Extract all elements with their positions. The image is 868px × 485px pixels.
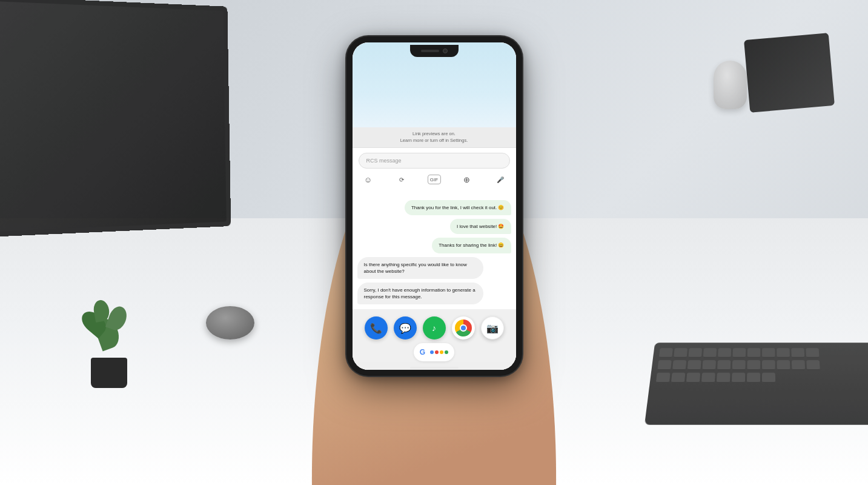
- dock-icon-camera[interactable]: 📷: [481, 316, 504, 340]
- gdot-green: [445, 350, 448, 354]
- background: Link previews are on. Learn more or turn…: [0, 0, 868, 485]
- front-camera: [443, 48, 448, 53]
- computer-mouse: [714, 61, 747, 109]
- phone-dock: 📞 💬 ♪: [353, 309, 516, 370]
- input-icons-row: ☺ ⟳ GIF ⊕ 🎤: [359, 169, 510, 189]
- keyboard-keys: [649, 343, 868, 389]
- key: [791, 348, 804, 358]
- key: [717, 373, 731, 383]
- dock-icon-messages[interactable]: 💬: [394, 316, 417, 340]
- key: [747, 360, 760, 370]
- gdot-yellow: [440, 350, 443, 354]
- message-bubble-4: Is there anything specific you would lik…: [357, 257, 483, 279]
- monitor: [0, 0, 231, 238]
- black-object: [744, 33, 835, 113]
- key-row-1: [659, 348, 868, 358]
- key: [777, 360, 790, 370]
- key: [806, 360, 820, 370]
- plant-pot: [91, 358, 127, 388]
- key: [718, 348, 731, 358]
- message-input-field[interactable]: RCS message: [359, 153, 510, 169]
- key: [747, 373, 760, 383]
- leaf-3: [105, 304, 130, 332]
- hand-container: Link previews are on. Learn more or turn…: [283, 24, 586, 485]
- google-dots: [430, 350, 448, 354]
- key: [762, 348, 775, 358]
- google-home-device: [206, 306, 254, 340]
- message-bubble-1: Thank you for the link, I will check it …: [405, 200, 511, 215]
- dock-icon-chrome[interactable]: [452, 316, 475, 340]
- key-row-2: [657, 360, 868, 370]
- key: [656, 373, 671, 383]
- key: [762, 360, 775, 370]
- key: [777, 348, 790, 358]
- key: [747, 348, 761, 358]
- plant-leaves: [79, 288, 139, 361]
- gdot-red: [435, 350, 439, 354]
- key: [703, 348, 717, 358]
- key: [732, 360, 746, 370]
- link-preview-line1: Link previews are on.: [359, 131, 510, 138]
- sticker-icon[interactable]: ⟳: [394, 172, 409, 187]
- mic-icon[interactable]: 🎤: [493, 172, 508, 187]
- phone-inner: Link previews are on. Learn more or turn…: [353, 42, 516, 370]
- message-input-bar[interactable]: RCS message ☺ ⟳ GIF ⊕ 🎤: [353, 147, 516, 194]
- emoji-icon[interactable]: ☺: [361, 172, 376, 187]
- dock-icons: 📞 💬 ♪: [365, 309, 504, 343]
- key: [732, 373, 745, 383]
- key: [686, 373, 700, 383]
- google-search-bar[interactable]: G: [414, 343, 454, 361]
- key: [671, 373, 686, 383]
- key: [732, 348, 746, 358]
- link-preview-line2: Learn more or turn off in Settings.: [359, 138, 510, 144]
- phone-device: Link previews are on. Learn more or turn…: [346, 36, 522, 376]
- key: [672, 360, 686, 370]
- dock-icon-phone[interactable]: 📞: [365, 316, 388, 340]
- speaker: [421, 50, 439, 52]
- key: [701, 373, 715, 383]
- phone-notch: [410, 45, 459, 57]
- chrome-ring: [455, 319, 472, 336]
- key: [702, 360, 716, 370]
- keyboard: [644, 343, 868, 425]
- key: [659, 348, 673, 358]
- google-logo: G: [420, 348, 425, 356]
- plant: [79, 291, 139, 388]
- key: [687, 360, 701, 370]
- attach-icon[interactable]: ⊕: [460, 172, 474, 187]
- key: [674, 348, 687, 358]
- key: [762, 373, 775, 383]
- chrome-inner: [460, 324, 467, 332]
- phone-screen: Link previews are on. Learn more or turn…: [353, 42, 516, 370]
- key-row-3: [656, 373, 868, 383]
- gif-icon[interactable]: GIF: [428, 175, 441, 184]
- key: [792, 360, 805, 370]
- key: [657, 360, 671, 370]
- key: [806, 348, 819, 358]
- key: [688, 348, 702, 358]
- link-preview-notice: Link previews are on. Learn more or turn…: [353, 127, 516, 147]
- monitor-screen: [0, 1, 227, 232]
- message-bubble-2: I love that website! 🤩: [450, 219, 511, 234]
- message-bubble-3: Thanks for sharing the link! 😄: [432, 238, 511, 253]
- message-bubble-5: Sorry, I don't have enough information t…: [357, 283, 483, 304]
- dock-icon-spotify[interactable]: ♪: [423, 316, 446, 340]
- gdot-blue: [430, 350, 434, 354]
- key: [717, 360, 731, 370]
